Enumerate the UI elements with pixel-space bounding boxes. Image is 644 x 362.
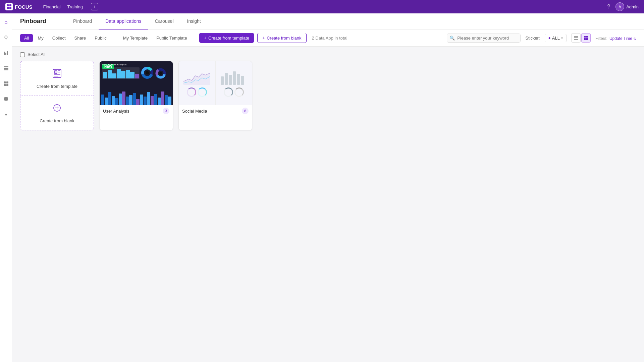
svg-point-15 [5, 114, 7, 116]
filter-tab-my[interactable]: My [34, 34, 47, 42]
search-wrap: 🔍 [447, 34, 521, 43]
nav-training[interactable]: Training [67, 4, 83, 9]
svg-rect-1 [9, 4, 11, 6]
svg-rect-24 [54, 71, 57, 73]
create-from-template-button[interactable]: + Create from template [199, 33, 254, 43]
create-from-blank-card[interactable]: Create from blank [20, 96, 94, 130]
filter-tab-public-template[interactable]: Public Template [152, 34, 191, 42]
cards-grid: Create from template Create from blank [20, 61, 636, 130]
svg-rect-16 [574, 36, 578, 37]
social-left-panel [179, 61, 216, 105]
sidebar: ⌂ ⚲ [0, 13, 12, 362]
user-name: Admin [626, 4, 639, 9]
svg-rect-17 [574, 38, 578, 39]
user-menu[interactable]: A Admin [615, 2, 639, 11]
list-view-button[interactable] [571, 33, 581, 43]
topnav: FOCUS Financial Training + ? A Admin [0, 0, 644, 13]
sidebar-item-home[interactable]: ⌂ [1, 17, 11, 27]
sidebar-item-database[interactable] [1, 95, 11, 104]
social-right-panel [216, 61, 252, 105]
svg-rect-9 [4, 69, 8, 70]
filter-tabs: All My Collect Share Public My Template … [20, 34, 191, 42]
svg-rect-8 [4, 68, 8, 69]
grid-view-button[interactable] [581, 33, 591, 43]
svg-rect-10 [4, 81, 6, 83]
app-logo[interactable]: FOCUS [5, 3, 33, 10]
svg-rect-19 [584, 36, 586, 38]
sidebar-item-chart[interactable] [1, 48, 11, 58]
logo-icon [5, 3, 13, 10]
tab-nav: Pinboard Data applications Carousel Insi… [66, 13, 208, 29]
page-title: Pinboard [20, 13, 46, 29]
filter-tab-share[interactable]: Share [70, 34, 90, 42]
app-card-user-analysis[interactable]: NEW User Portrait Analysis [99, 61, 173, 130]
filter-chip-update-time[interactable]: Update Time ⇅ [609, 36, 636, 41]
filter-tab-collect[interactable]: Collect [48, 34, 70, 42]
chevron-down-icon: ▾ [561, 36, 563, 40]
user-analysis-count: 3 [163, 108, 169, 114]
create-from-blank-button[interactable]: + Create from blank [257, 33, 307, 43]
svg-rect-4 [4, 52, 5, 55]
content-area: Pinboard Pinboard Data applications Caro… [12, 13, 644, 362]
social-media-thumb [179, 61, 252, 105]
dark-chart: User Portrait Analysis [100, 61, 173, 105]
filters-label: Filters: [595, 36, 607, 41]
nav-financial[interactable]: Financial [43, 4, 61, 9]
svg-rect-47 [241, 76, 244, 85]
sidebar-item-grid[interactable] [1, 79, 11, 88]
svg-rect-22 [586, 38, 588, 40]
svg-rect-6 [7, 51, 8, 55]
avatar: A [615, 2, 624, 11]
svg-rect-13 [6, 84, 8, 86]
create-card: Create from template Create from blank [20, 61, 94, 130]
svg-rect-3 [9, 7, 11, 9]
count-info: 2 Data App in total [312, 36, 347, 41]
mini-circle-2 [198, 87, 207, 97]
create-from-template-card[interactable]: Create from template [20, 61, 94, 96]
mini-circle-3 [224, 87, 233, 97]
svg-rect-0 [7, 4, 9, 6]
tab-pinboard[interactable]: Pinboard [66, 13, 99, 29]
sidebar-item-settings[interactable] [1, 110, 11, 119]
sidebar-item-list[interactable] [1, 64, 11, 73]
select-all-row: Select All [20, 52, 636, 57]
svg-rect-7 [4, 66, 8, 67]
add-nav-button[interactable]: + [91, 3, 98, 10]
create-buttons: + Create from template + Create from bla… [199, 33, 307, 43]
create-from-blank-label: Create from blank [40, 118, 74, 123]
sort-icon: ⇅ [633, 37, 636, 41]
svg-rect-21 [584, 38, 586, 40]
topnav-links: Financial Training [43, 4, 83, 9]
svg-rect-42 [221, 76, 224, 85]
app-card-social-media[interactable]: Social Media 8 [178, 61, 252, 130]
plus-icon: + [204, 35, 207, 41]
user-analysis-thumb: NEW User Portrait Analysis [100, 61, 173, 105]
filter-tab-public[interactable]: Public [91, 34, 110, 42]
svg-rect-46 [237, 74, 240, 85]
filter-divider [115, 35, 115, 41]
view-toggles [571, 33, 591, 43]
main-layout: ⌂ ⚲ [0, 13, 644, 362]
user-analysis-footer: User Analysis 3 [100, 105, 173, 117]
search-input[interactable] [447, 34, 521, 43]
mini-circle-4 [234, 87, 244, 97]
filter-tab-all[interactable]: All [20, 34, 33, 42]
tab-insight[interactable]: Insight [180, 13, 208, 29]
svg-rect-45 [233, 71, 236, 85]
plus-icon-blank: + [262, 35, 265, 41]
svg-rect-43 [225, 73, 228, 85]
select-all-label[interactable]: Select All [28, 52, 45, 57]
toolbar-right: 🔍 Sticker: ● ALL ▾ [447, 33, 636, 43]
svg-rect-5 [5, 53, 6, 55]
help-icon[interactable]: ? [607, 4, 610, 10]
social-thumb-wrap [179, 61, 252, 105]
sidebar-item-search[interactable]: ⚲ [1, 33, 11, 42]
filters-bar: Filters: Update Time ⇅ [595, 36, 636, 41]
svg-rect-44 [229, 75, 232, 85]
filter-tab-my-template[interactable]: My Template [119, 34, 152, 42]
select-all-checkbox[interactable] [20, 52, 25, 57]
svg-rect-2 [7, 7, 9, 9]
sticker-select[interactable]: ● ALL ▾ [545, 34, 567, 42]
tab-data-applications[interactable]: Data applications [99, 13, 148, 29]
tab-carousel[interactable]: Carousel [148, 13, 180, 29]
